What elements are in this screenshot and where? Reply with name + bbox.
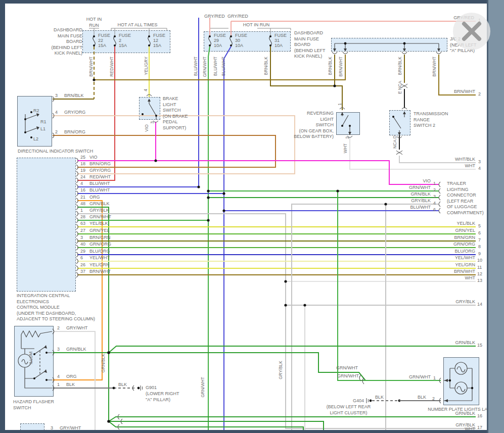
edge-num: 4 <box>478 166 481 171</box>
haz-pin: 3GRN/BLK <box>57 347 86 352</box>
trailer-pin-num: 3 <box>433 194 436 199</box>
wire-label-e-nca: E NCA <box>397 81 402 94</box>
g901-wire-label: BLK <box>118 382 127 388</box>
mod-pin: 16BLU/WHT <box>80 187 110 193</box>
merge-wire-a: GRN/WHT <box>336 365 358 371</box>
wire-vio-main <box>77 161 439 184</box>
edge-wire: BRN/WHT <box>454 89 475 95</box>
edge-wire: GRN/ORG <box>453 242 475 248</box>
mod-pin: 18BRN/ORG <box>80 161 111 166</box>
reversing-internals <box>341 112 351 135</box>
edge-wire: BRN/GRN <box>454 235 475 241</box>
mod-pin: 48GRN/BLK <box>80 201 110 206</box>
haz-pin: 4ORG <box>57 374 77 379</box>
fuse-12-label: FUSE 12 15A <box>153 33 165 48</box>
edge-num: 5 <box>478 223 481 228</box>
fuse-2-label: FUSE 2 15A <box>119 33 131 48</box>
wire-label-grn-blk: GRN/BLK <box>101 354 106 372</box>
trailer-wire: VIO <box>423 178 431 184</box>
close-button[interactable] <box>453 13 490 50</box>
mod-pin: 27GRN/YEL <box>80 228 110 233</box>
edge-num: 6 <box>478 230 481 235</box>
wire-label: BRN/BLK <box>328 57 333 75</box>
edge-num: 11 <box>477 265 482 270</box>
module-name: INTEGRATION CENTRAL ELECTRONICS CONTROL … <box>17 293 95 322</box>
wire-label: BRN/BLK <box>397 57 402 75</box>
fuse-22-label: FUSE 22 15A <box>98 33 110 48</box>
wire-wht-edge4 <box>350 138 476 169</box>
close-icon <box>453 13 490 50</box>
transmission-name: TRANSMISSION RANGE SWITCH 2 <box>414 111 448 129</box>
wiring-diagram: HOT IN RUN HOT AT ALL TIMES DASHBOARD MA… <box>0 0 504 433</box>
trailer-pin-num: 4 <box>433 201 436 206</box>
wire-label: BLU/WHT <box>221 57 226 76</box>
mod-pin: 4BLU/WHT <box>80 181 110 186</box>
brake-name: BRAKE LIGHT SWITCH (ON BRAKE PEDAL SUPPO… <box>163 96 188 131</box>
edge-num: 9 <box>478 251 481 256</box>
edge-wire: GRN/BLK <box>455 340 475 346</box>
wire-grn-blk-haz <box>53 353 365 380</box>
edge-num: 16 <box>477 413 482 418</box>
wire-grn-wht-lamp <box>338 191 441 380</box>
edge-num: 12 <box>477 271 482 276</box>
mod-pin: 24RED/WHT <box>80 174 111 179</box>
junction-dots <box>93 78 387 433</box>
mod-pin: 63YEL/BLK <box>80 221 108 226</box>
wire-gry-blk-main <box>77 214 476 428</box>
fuse-31-label: FUSE 31 10A <box>274 33 287 48</box>
wire-label-grn-wht: GRN/WHT <box>200 377 205 398</box>
wire-label: BRN/WHT <box>432 57 437 77</box>
dir-contact-l1: L1 <box>40 126 45 132</box>
edge-num: 10 <box>477 258 482 263</box>
wire-label: RED/WHT <box>109 57 114 77</box>
edge-wire: BLU/ORG <box>454 249 475 255</box>
edge-num: 13 <box>477 278 482 283</box>
wire-label: BLU/WHT <box>213 57 218 76</box>
g404-wire-b: BLK <box>418 395 426 401</box>
trailer-pin-num: 1 <box>433 181 436 186</box>
lamp-pin-num: 2 <box>432 396 435 401</box>
brake-pin-bot-num: 3 <box>150 121 155 124</box>
mod-pin: 28GRN/WHT <box>80 214 111 219</box>
wire-layer <box>0 0 504 433</box>
dir-pin: 4GRY/ORG <box>55 110 85 115</box>
edge-wire: GRY/BLK <box>455 299 475 305</box>
mod-pin: 19GRY/ORG <box>80 168 111 173</box>
g404-wire-a: BLK <box>375 395 384 401</box>
gry-red-label-a: GRY/RED <box>204 14 225 20</box>
fuse-30-label: FUSE 30 10A <box>235 33 247 48</box>
edge-wire: YEL/GRN <box>455 262 475 268</box>
hot-in-run-2: HOT IN RUN <box>230 22 283 28</box>
edge-num: 7 <box>478 237 481 243</box>
edge-wire: YEL/BLK <box>456 221 475 227</box>
trailer-pin-num: 2 <box>433 187 436 193</box>
reversing-name: REVERSING LIGHT SWITCH (ON GEAR BOX, BEL… <box>273 111 334 140</box>
g404-name: G404 <box>353 398 364 404</box>
haz-pin: 1BLK <box>57 382 75 387</box>
dir-contact-l2: L2 <box>33 136 38 142</box>
wire-blu-wht-main <box>224 46 231 433</box>
g404-location: (BELOW LEFT REAR LIGHT CLUSTER) <box>309 404 388 416</box>
gry-red-label-b: GRY/RED <box>227 14 248 20</box>
dir-contact-r1: R1 <box>40 119 47 125</box>
trailer-wire: GRN/WHT <box>409 185 431 191</box>
fuse-board-2-name: DASHBOARD MAIN FUSE BOARD (BEHIND LEFT K… <box>294 30 326 60</box>
hazard-name: HAZARD FLASHER SWITCH <box>13 399 54 411</box>
wire-label-wht: WHT <box>343 143 348 153</box>
illum-label: ILLUM <box>28 352 33 364</box>
frame-right-scroll[interactable] <box>487 0 504 433</box>
brake-pin-top-num: 4 <box>143 89 148 91</box>
lamp-internals <box>443 362 473 402</box>
edge-num: 17 <box>477 425 482 430</box>
trailer-name: TRAILER LIGHTING CONNECTOR (LEFT REAR OF… <box>447 181 484 216</box>
frame-left <box>0 0 5 433</box>
mod-pin: 26YEL/GRN <box>80 262 110 267</box>
fuse-board-1-name: DASHBOARD MAIN FUSE BOARD (BEHIND LEFT K… <box>20 27 82 57</box>
haz-pin: 2GRY/WHT <box>57 325 87 330</box>
merge-wire-b: GRN/WHT <box>337 373 359 379</box>
g901-name: G901 <box>146 385 157 391</box>
edge-num: 8 <box>478 244 481 249</box>
lamp-wire-1: GRN/WHT <box>409 374 431 380</box>
wire-label: GRN/WHT <box>202 57 207 77</box>
wire-label: YEL/GRY <box>144 57 149 75</box>
